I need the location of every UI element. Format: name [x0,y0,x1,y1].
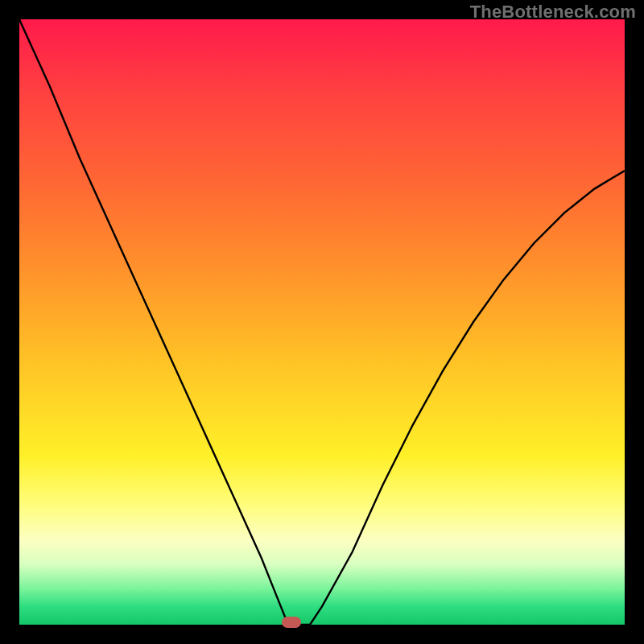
outer-frame: TheBottleneck.com [0,0,644,644]
watermark-text: TheBottleneck.com [470,2,636,23]
curve-layer [19,19,625,625]
bottleneck-curve [19,19,625,625]
optimum-marker [282,617,301,628]
